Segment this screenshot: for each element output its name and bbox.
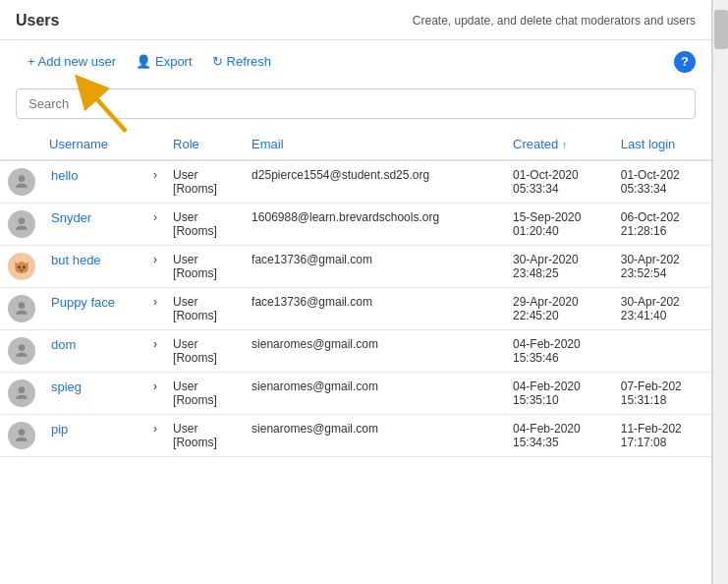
add-new-user-button[interactable]: + Add new user xyxy=(16,50,124,73)
search-input[interactable] xyxy=(16,88,696,119)
row-expand-arrow[interactable]: › xyxy=(145,373,165,415)
avatar-cell xyxy=(0,330,43,373)
role-cell: User [Rooms] xyxy=(165,373,244,415)
avatar xyxy=(8,168,35,196)
username-link[interactable]: Snyder xyxy=(51,210,91,225)
col-header-created[interactable]: Created ↑ xyxy=(505,129,613,160)
avatar-cell xyxy=(0,373,43,415)
username-link[interactable]: pip xyxy=(51,422,68,437)
email-cell[interactable]: sienaromes@gmail.com xyxy=(244,373,505,415)
scrollbar[interactable] xyxy=(712,0,728,584)
svg-point-3 xyxy=(23,266,26,269)
lastlogin-cell: 06-Oct-20221:28:16 xyxy=(613,204,711,246)
username-cell: pip xyxy=(43,415,145,457)
row-expand-arrow[interactable]: › xyxy=(145,204,165,246)
username-cell: spieg xyxy=(43,373,145,415)
role-cell: User [Rooms] xyxy=(165,330,244,373)
email-cell[interactable]: sienaromes@gmail.com xyxy=(244,415,505,457)
svg-point-2 xyxy=(18,266,21,269)
username-cell: dom xyxy=(43,330,145,373)
username-link[interactable]: but hede xyxy=(51,253,101,267)
role-cell: User [Rooms] xyxy=(165,246,244,288)
username-link[interactable]: dom xyxy=(51,337,76,352)
row-expand-arrow[interactable]: › xyxy=(145,160,165,204)
table-row: pip›User [Rooms]sienaromes@gmail.com04-F… xyxy=(0,415,711,457)
avatar xyxy=(8,337,35,365)
table-row: but hede›User [Rooms]face13736@gmail.com… xyxy=(0,246,711,288)
username-link[interactable]: Puppy face xyxy=(51,295,115,310)
toolbar: + Add new user 👤 Export ↻ Refresh ? xyxy=(0,40,711,83)
lastlogin-cell: 30-Apr-20223:52:54 xyxy=(613,246,711,288)
search-container xyxy=(0,83,711,129)
sort-asc-icon: ↑ xyxy=(562,140,567,150)
email-cell[interactable]: 1606988@learn.brevardschools.org xyxy=(244,204,505,246)
lastlogin-cell: 07-Feb-20215:31:18 xyxy=(613,373,711,415)
username-cell: hello xyxy=(43,160,145,204)
avatar-cell xyxy=(0,160,43,204)
username-cell: Puppy face xyxy=(43,288,145,330)
created-cell: 30-Apr-202023:48:25 xyxy=(505,246,613,288)
email-cell[interactable]: d25pierce1554@student.sd25.org xyxy=(244,160,505,204)
avatar xyxy=(8,295,35,322)
page-subtitle: Create, update, and delete chat moderato… xyxy=(413,14,696,28)
lastlogin-cell: 30-Apr-20223:41:40 xyxy=(613,288,711,330)
email-cell[interactable]: sienaromes@gmail.com xyxy=(244,330,505,373)
created-cell: 04-Feb-202015:35:46 xyxy=(505,330,613,373)
username-link[interactable]: spieg xyxy=(51,380,82,394)
username-link[interactable]: hello xyxy=(51,168,78,183)
lastlogin-cell: 01-Oct-20205:33:34 xyxy=(613,160,711,204)
col-header-email[interactable]: Email xyxy=(244,129,505,160)
col-header-role[interactable]: Role xyxy=(165,129,244,160)
col-header-username[interactable]: Username xyxy=(0,129,165,160)
created-cell: 04-Feb-202015:34:35 xyxy=(505,415,613,457)
table-row: hello›User [Rooms]d25pierce1554@student.… xyxy=(0,160,711,204)
help-button[interactable]: ? xyxy=(674,51,696,73)
email-cell[interactable]: face13736@gmail.com xyxy=(244,246,505,288)
row-expand-arrow[interactable]: › xyxy=(145,330,165,373)
role-cell: User [Rooms] xyxy=(165,160,244,204)
refresh-button[interactable]: ↻ Refresh xyxy=(204,50,280,73)
table-row: Puppy face›User [Rooms]face13736@gmail.c… xyxy=(0,288,711,330)
page-title: Users xyxy=(16,12,59,29)
lastlogin-cell xyxy=(613,330,711,373)
email-cell[interactable]: face13736@gmail.com xyxy=(244,288,505,330)
created-cell: 01-Oct-202005:33:34 xyxy=(505,160,613,204)
table-header-row: Username Role Email Created ↑ Last login xyxy=(0,129,711,160)
table-row: dom›User [Rooms]sienaromes@gmail.com04-F… xyxy=(0,330,711,373)
avatar xyxy=(8,422,35,449)
created-cell: 15-Sep-202001:20:40 xyxy=(505,204,613,246)
created-cell: 04-Feb-202015:35:10 xyxy=(505,373,613,415)
avatar-cell xyxy=(0,415,43,457)
role-cell: User [Rooms] xyxy=(165,415,244,457)
users-table: Username Role Email Created ↑ Last login xyxy=(0,129,711,457)
avatar-cell xyxy=(0,246,43,288)
scrollbar-thumb[interactable] xyxy=(714,10,728,49)
row-expand-arrow[interactable]: › xyxy=(145,415,165,457)
created-cell: 29-Apr-202022:45:20 xyxy=(505,288,613,330)
avatar xyxy=(8,380,35,407)
role-cell: User [Rooms] xyxy=(165,204,244,246)
row-expand-arrow[interactable]: › xyxy=(145,288,165,330)
export-button[interactable]: 👤 Export xyxy=(128,50,200,73)
col-header-lastlogin[interactable]: Last login xyxy=(613,129,711,160)
role-cell: User [Rooms] xyxy=(165,288,244,330)
avatar xyxy=(8,210,35,238)
avatar-cell xyxy=(0,288,43,330)
username-cell: but hede xyxy=(43,246,145,288)
lastlogin-cell: 11-Feb-20217:17:08 xyxy=(613,415,711,457)
export-icon: 👤 xyxy=(136,54,151,69)
username-cell: Snyder xyxy=(43,204,145,246)
page-header: Users Create, update, and delete chat mo… xyxy=(0,0,711,40)
row-expand-arrow[interactable]: › xyxy=(145,246,165,288)
table-row: spieg›User [Rooms]sienaromes@gmail.com04… xyxy=(0,373,711,415)
refresh-icon: ↻ xyxy=(212,54,223,69)
avatar xyxy=(8,253,35,280)
avatar-cell xyxy=(0,204,43,246)
table-row: Snyder›User [Rooms]1606988@learn.brevard… xyxy=(0,204,711,246)
